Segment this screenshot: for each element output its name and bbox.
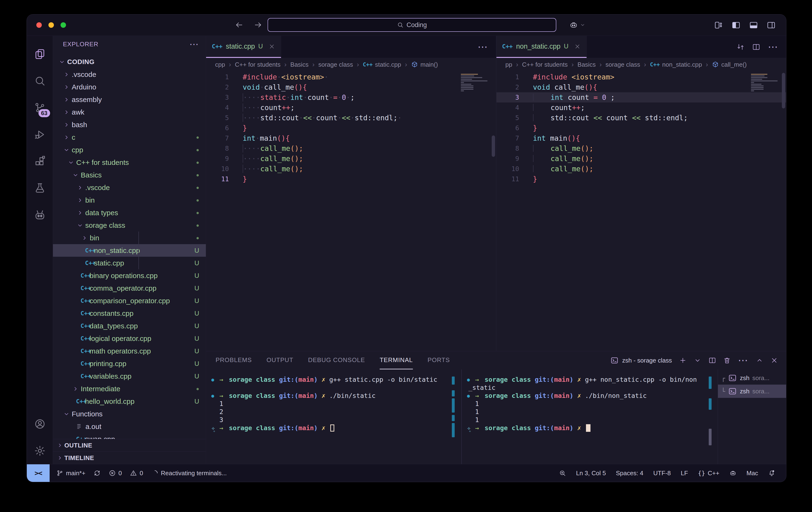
toggle-primary-sidebar-icon[interactable] xyxy=(731,21,741,30)
panel-tab-ports[interactable]: PORTS xyxy=(428,351,450,369)
status-item-loading[interactable]: Reactivating terminals... xyxy=(151,470,227,477)
zoom-window-button[interactable] xyxy=(61,22,66,28)
open-changes-icon[interactable] xyxy=(736,43,745,51)
remote-indicator[interactable]: >< xyxy=(27,464,50,482)
terminal-tab-zsh[interactable]: └zshsora... xyxy=(718,385,786,398)
tree-item-logical-operator-cpp[interactable]: C++logical operator.cppU xyxy=(53,332,206,345)
tree-item-awk[interactable]: awk xyxy=(53,106,206,118)
panel-tab-terminal[interactable]: TERMINAL xyxy=(380,351,413,369)
breadcrumb-item[interactable]: Basics xyxy=(577,61,596,68)
status-item-source-branch[interactable]: main*+ xyxy=(56,470,85,477)
launch-profile-dropdown-icon[interactable] xyxy=(694,357,701,364)
activity-testing[interactable] xyxy=(27,175,53,202)
split-terminal-icon[interactable] xyxy=(708,357,716,364)
tree-item-data-types[interactable]: data types● xyxy=(53,206,206,219)
tree-item-constants-cpp[interactable]: C++constants.cppU xyxy=(53,307,206,320)
tree-item-sorage-class[interactable]: sorage class● xyxy=(53,219,206,232)
tree-item-variables-cpp[interactable]: C++variables.cppU xyxy=(53,370,206,383)
breadcrumb-item[interactable]: cpp xyxy=(215,61,225,68)
toggle-secondary-sidebar-icon[interactable] xyxy=(767,21,776,30)
activity-settings[interactable] xyxy=(27,437,53,464)
breadcrumb-item[interactable]: C++ for students xyxy=(522,61,568,68)
tree-item-bin[interactable]: bin● xyxy=(53,194,206,206)
panel-more-actions-icon[interactable]: ⋯ xyxy=(738,358,749,363)
timeline-section[interactable]: TIMELINE xyxy=(53,452,206,464)
tree-item-math-operators-cpp[interactable]: C++math operators.cppU xyxy=(53,345,206,357)
status-item-utf-8[interactable]: UTF-8 xyxy=(654,470,671,477)
tree-item-assembly[interactable]: assembly xyxy=(53,93,206,106)
status-item-copilot[interactable] xyxy=(729,470,736,477)
split-editor-icon[interactable] xyxy=(752,43,760,51)
activity-source-control[interactable]: 63 xyxy=(27,94,53,121)
terminal-tab-zsh[interactable]: ┌zshsora... xyxy=(718,371,786,385)
tab-non-static-cpp[interactable]: C++ non_static.cpp U xyxy=(496,36,587,58)
command-center-search[interactable]: Coding xyxy=(268,18,556,32)
tree-item-comparison-operator-cpp[interactable]: C++comparison_operator.cppU xyxy=(53,295,206,307)
close-panel-icon[interactable] xyxy=(771,357,778,364)
breadcrumb-item[interactable]: C++static.cpp xyxy=(363,61,401,68)
activity-extensions[interactable] xyxy=(27,148,53,175)
tree-item--vscode[interactable]: .vscode xyxy=(53,68,206,81)
code-editor-non-static[interactable]: 1#include <iostream>2void call_me(){3 in… xyxy=(496,71,786,351)
status-item-zoom[interactable] xyxy=(559,470,566,477)
terminal-left[interactable]: ●→sorage class git:(main) ✗ g++ static.c… xyxy=(206,369,461,464)
status-item-lf[interactable]: LF xyxy=(681,470,688,477)
tree-item-arduino[interactable]: Arduino xyxy=(53,81,206,93)
tree-item-c-for-students[interactable]: C++ for students● xyxy=(53,156,206,169)
breadcrumb-item[interactable]: sorage class xyxy=(318,61,353,68)
panel-tab-output[interactable]: OUTPUT xyxy=(267,351,293,369)
tree-item-binary-operations-cpp[interactable]: C++binary operations.cppU xyxy=(53,269,206,282)
traffic-lights[interactable] xyxy=(36,22,66,28)
activity-search[interactable] xyxy=(27,67,53,94)
breadcrumb-item[interactable]: sorage class xyxy=(605,61,640,68)
status-item-warnings[interactable]: 0 xyxy=(130,470,143,477)
tree-item-basics[interactable]: Basics● xyxy=(53,169,206,181)
close-window-button[interactable] xyxy=(36,22,42,28)
panel-tab-debug-console[interactable]: DEBUG CONSOLE xyxy=(308,351,365,369)
breadcrumb-item[interactable]: main() xyxy=(411,61,438,68)
editor-more-actions-icon[interactable]: ⋯ xyxy=(768,44,779,49)
tree-item-hello-world-cpp[interactable]: C++hello_world.cppU xyxy=(53,395,206,408)
tree-item-swap-cpp[interactable]: C++swap.cpp xyxy=(53,433,206,439)
toggle-panel-icon[interactable] xyxy=(749,21,758,30)
tree-item-intermediate[interactable]: Intermediate● xyxy=(53,383,206,395)
activity-chat[interactable] xyxy=(27,202,53,228)
activity-explorer[interactable] xyxy=(27,40,53,67)
maximize-panel-icon[interactable] xyxy=(756,357,763,364)
tree-item-c[interactable]: c● xyxy=(53,131,206,144)
outline-section[interactable]: OUTLINE xyxy=(53,439,206,452)
tree-item-functions[interactable]: Functions xyxy=(53,408,206,420)
scrollbar[interactable] xyxy=(782,73,785,109)
status-item-bell[interactable] xyxy=(768,470,775,477)
status-item-braces[interactable]: {}C++ xyxy=(698,470,719,477)
status-item-spaces-4[interactable]: Spaces: 4 xyxy=(616,470,643,477)
tree-item-a-out[interactable]: a.out xyxy=(53,420,206,433)
tree-item-non-static-cpp[interactable]: C++non_static.cppU xyxy=(53,244,206,257)
tree-item-printing-cpp[interactable]: C++printing.cppU xyxy=(53,357,206,370)
tree-item-comma-operator-cpp[interactable]: C++comma_operator.cppU xyxy=(53,282,206,295)
tree-item-bin[interactable]: bin● xyxy=(53,232,206,244)
kill-terminal-icon[interactable] xyxy=(723,357,731,364)
activity-run-and-debug[interactable] xyxy=(27,121,53,148)
editor-more-actions-icon[interactable]: ⋯ xyxy=(478,44,488,49)
scrollbar[interactable] xyxy=(492,135,495,157)
breadcrumb-item[interactable]: C++ for students xyxy=(235,61,281,68)
explorer-more-actions[interactable]: ⋯ xyxy=(190,42,199,47)
tab-static-cpp[interactable]: C++ static.cpp U xyxy=(206,36,281,58)
panel-tab-problems[interactable]: PROBLEMS xyxy=(215,351,252,369)
forward-icon[interactable] xyxy=(254,21,262,29)
breadcrumb-item[interactable]: call_me() xyxy=(712,61,747,68)
new-terminal-icon[interactable] xyxy=(679,357,687,364)
back-icon[interactable] xyxy=(235,21,243,29)
close-icon[interactable] xyxy=(268,43,275,50)
minimap[interactable] xyxy=(751,74,778,92)
status-item-ln-3-col-5[interactable]: Ln 3, Col 5 xyxy=(576,470,606,477)
status-item-sync[interactable] xyxy=(93,470,101,477)
terminal-selector[interactable]: zsh - sorage class xyxy=(610,356,672,365)
tree-item--vscode[interactable]: .vscode● xyxy=(53,181,206,194)
minimize-window-button[interactable] xyxy=(49,22,54,28)
minimap[interactable] xyxy=(461,74,488,92)
tree-item-cpp[interactable]: cpp● xyxy=(53,144,206,156)
tree-item-coding[interactable]: CODING xyxy=(53,56,206,68)
status-item-mac[interactable]: Mac xyxy=(747,470,758,477)
